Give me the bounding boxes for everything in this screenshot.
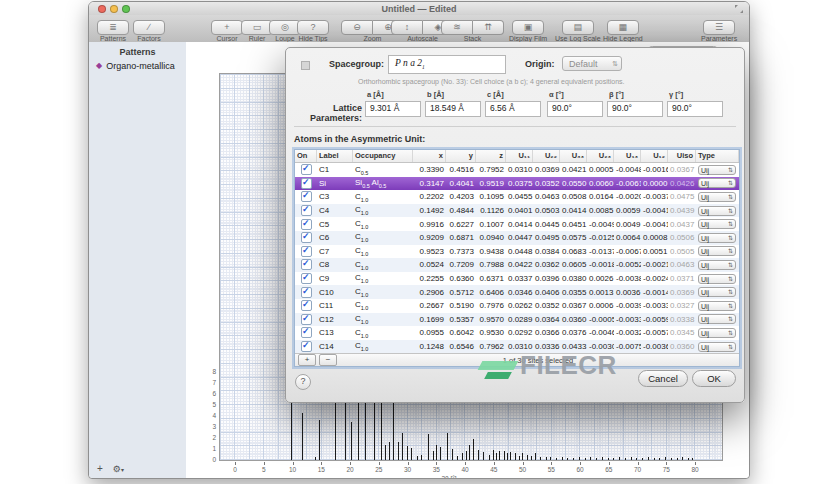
table-row[interactable]: C10C1.00.29060.57120.64060.03460.04060.0… <box>295 285 739 299</box>
cancel-button[interactable]: Cancel <box>638 370 688 387</box>
cursor-icon: + <box>211 20 243 35</box>
type-select[interactable]: Uij⇅ <box>698 165 736 175</box>
table-row[interactable]: C8C1.00.05240.72090.79880.04220.03620.06… <box>295 258 739 272</box>
type-select[interactable]: Uij⇅ <box>698 314 736 324</box>
toolbar-patterns-button[interactable]: ≣Patterns <box>97 16 129 42</box>
diffraction-peak <box>411 448 412 460</box>
row-checkbox[interactable] <box>301 287 312 298</box>
table-row[interactable]: C11C1.00.26670.51900.79760.02620.03520.0… <box>295 299 739 313</box>
gear-menu-button[interactable]: ⚙▾ <box>113 463 124 474</box>
fullscreen-icon[interactable] <box>735 5 743 13</box>
row-checkbox[interactable] <box>301 314 312 325</box>
lattice-input[interactable]: 90.0° <box>607 101 663 117</box>
row-checkbox[interactable] <box>301 273 312 284</box>
type-select[interactable]: Uij⇅ <box>698 219 736 229</box>
table-row[interactable]: C7C1.00.95230.73730.94380.04480.03840.06… <box>295 245 739 259</box>
type-select[interactable]: Uij⇅ <box>698 246 736 256</box>
value-cell: 0.6406 <box>476 288 506 297</box>
type-select[interactable]: Uij⇅ <box>698 192 736 202</box>
occupancy-cell: C1.0 <box>353 192 413 203</box>
type-select[interactable]: Uij⇅ <box>698 301 736 311</box>
toolbar-display-film-button[interactable]: ▣Display Film <box>509 16 547 42</box>
lattice-field-1: b [Å]18.549 Å <box>425 90 481 117</box>
value-cell: 0.0051 <box>641 247 668 256</box>
table-row[interactable]: C5C1.00.99160.62270.10070.04140.04450.04… <box>295 217 739 231</box>
help-button[interactable]: ? <box>295 374 311 390</box>
label-cell: C3 <box>317 192 353 201</box>
lattice-input[interactable]: 18.549 Å <box>425 101 481 117</box>
row-checkbox[interactable] <box>301 219 312 230</box>
value-cell: 0.0495 <box>533 233 560 242</box>
table-row[interactable]: C9C1.00.22550.63600.63710.03370.03960.03… <box>295 272 739 286</box>
atoms-table[interactable]: OnLabelOccupancyxyzU₁₁U₂₂U₃₃U₂₃U₁₃U₁₂Uis… <box>294 149 740 367</box>
sidebar-item-organo-metallica[interactable]: ◆ Organo-metallica <box>89 57 186 71</box>
table-row[interactable]: SiSi0.5 Al0.50.31470.40410.95190.03750.0… <box>295 177 739 191</box>
uiso-cell: 0.0463 <box>668 260 696 269</box>
label-cell: C14 <box>317 342 353 351</box>
origin-select[interactable]: Default ⇅ <box>562 56 622 71</box>
value-cell: -0.0037 <box>641 192 668 201</box>
table-row[interactable]: C13C1.00.09550.60420.95300.02920.03660.0… <box>295 326 739 340</box>
toolbar-parameters-button[interactable]: ☰Parameters <box>701 16 737 42</box>
type-select[interactable]: Uij⇅ <box>698 328 736 338</box>
row-checkbox[interactable] <box>301 178 312 189</box>
row-checkbox[interactable] <box>301 232 312 243</box>
value-cell: 0.0375 <box>506 179 533 188</box>
label-cell: C8 <box>317 260 353 269</box>
toolbar-factors-button[interactable]: ∕Factors <box>133 16 165 42</box>
y-tick-label: 5 <box>204 401 216 408</box>
factors-icon: ∕ <box>133 20 165 35</box>
diffraction-peak <box>659 458 660 460</box>
table-row[interactable]: C1C0.50.33900.45160.79520.03100.03690.04… <box>295 163 739 177</box>
type-select[interactable]: Uij⇅ <box>698 260 736 270</box>
x-tick <box>350 462 351 465</box>
title-bar[interactable]: Untitled — Edited <box>89 2 749 15</box>
value-cell: 0.0376 <box>560 328 587 337</box>
toolbar-display-film-label: Display Film <box>509 35 547 42</box>
table-row[interactable]: C6C1.00.92090.68710.09400.04470.04950.05… <box>295 231 739 245</box>
type-select[interactable]: Uij⇅ <box>698 274 736 284</box>
toolbar-hide-tips-button[interactable]: ?Hide Tips <box>297 16 329 42</box>
toolbar-hide-legend-button[interactable]: ▦Hide Legend <box>603 16 643 42</box>
spacegroup-input[interactable]: P n a 21 <box>388 55 506 74</box>
x-tick-label: 45 <box>490 466 497 473</box>
diffraction-peak <box>654 458 655 460</box>
value-cell: -0.0016 <box>641 165 668 174</box>
stack-segment-0-icon[interactable]: ≋ <box>441 20 473 35</box>
zoom-segment-0-icon[interactable]: ⊖ <box>341 20 373 35</box>
remove-site-button[interactable]: − <box>319 354 337 366</box>
type-select[interactable]: Uij⇅ <box>698 178 736 188</box>
row-checkbox[interactable] <box>301 259 312 270</box>
table-row[interactable]: C3C1.00.22020.42030.10950.04550.04630.05… <box>295 190 739 204</box>
row-checkbox[interactable] <box>301 327 312 338</box>
add-site-button[interactable]: + <box>298 354 316 366</box>
autoscale-segment-0-icon[interactable]: ↕ <box>391 20 423 35</box>
type-select[interactable]: Uij⇅ <box>698 287 736 297</box>
row-checkbox[interactable] <box>301 191 312 202</box>
row-checkbox[interactable] <box>301 246 312 257</box>
row-checkbox[interactable] <box>301 164 312 175</box>
value-cell: 0.0337 <box>506 274 533 283</box>
lattice-input[interactable]: 9.301 Å <box>365 101 421 117</box>
lattice-input[interactable]: 90.0° <box>667 101 723 117</box>
type-select[interactable]: Uij⇅ <box>698 206 736 216</box>
toolbar-cursor-button[interactable]: +Cursor <box>211 16 243 42</box>
lattice-input[interactable]: 6.56 Å <box>485 101 541 117</box>
add-pattern-button[interactable]: + <box>97 463 103 474</box>
stack-segment-1-icon[interactable]: ⇈ <box>473 20 504 35</box>
table-row[interactable]: C12C1.00.16990.53570.95700.02890.03640.0… <box>295 313 739 327</box>
row-checkbox[interactable] <box>301 300 312 311</box>
ok-button[interactable]: OK <box>692 370 736 387</box>
row-checkbox[interactable] <box>301 205 312 216</box>
toolbar-factors-label: Factors <box>133 35 165 42</box>
table-row[interactable]: C4C1.00.14920.48440.11260.04010.05030.04… <box>295 204 739 218</box>
on-cell <box>295 273 317 284</box>
row-checkbox[interactable] <box>301 341 312 352</box>
lattice-input[interactable]: 90.0° <box>547 101 603 117</box>
type-select[interactable]: Uij⇅ <box>698 342 736 352</box>
table-row[interactable]: C14C1.00.12480.65460.79620.03100.03360.0… <box>295 340 739 354</box>
toolbar-stack-button[interactable]: ≋⇈Stack <box>441 16 504 42</box>
toolbar-use-log-scale-button[interactable]: ▤Use Log Scale <box>555 16 601 42</box>
on-cell <box>295 300 317 311</box>
type-select[interactable]: Uij⇅ <box>698 233 736 243</box>
